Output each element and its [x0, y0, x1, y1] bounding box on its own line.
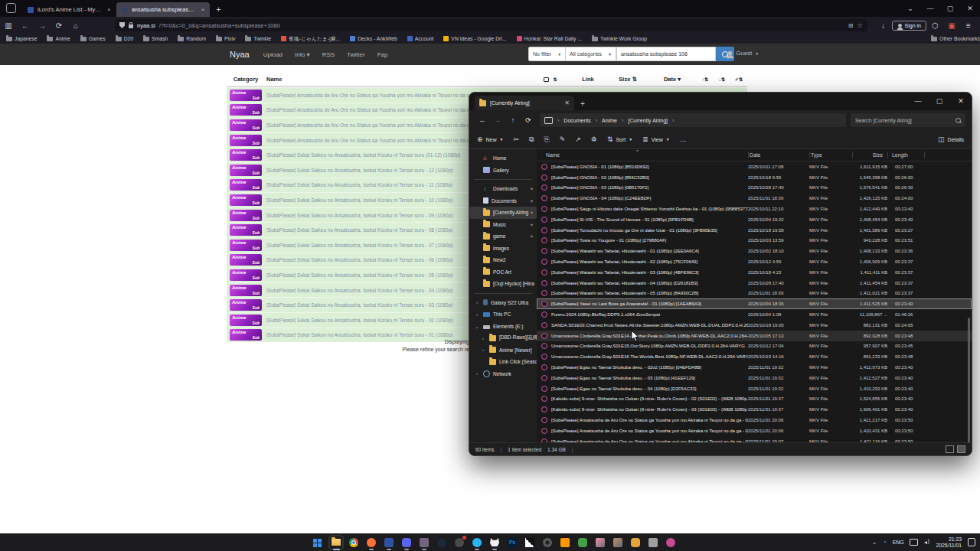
category-badge-anime-sub[interactable]: AnimeSub	[230, 224, 262, 236]
explorer-back-button[interactable]: ←	[475, 116, 489, 124]
category-badge-anime-sub[interactable]: AnimeSub	[230, 119, 262, 131]
file-row[interactable]: [Kaleido-subs] 9-nine- Shihaisha no Ouka…	[537, 394, 972, 405]
taskbar-discord[interactable]	[400, 536, 413, 549]
file-col-name[interactable]: Name^	[537, 152, 748, 158]
file-col-length[interactable]: Length	[887, 152, 924, 158]
file-row[interactable]: [Kaleido-subs] 9-nine- Shihaisha no Ouka…	[537, 404, 972, 415]
category-badge-anime-sub[interactable]: AnimeSub	[230, 315, 262, 326]
file-row[interactable]: [SubsPlease] Tomodachi no Imouto ga Ore …	[537, 225, 972, 236]
taskbar-sublime-app[interactable]	[559, 536, 571, 549]
file-col-type[interactable]: Type	[809, 152, 852, 158]
clock[interactable]: 21:23 2025/11/01	[936, 536, 962, 549]
taskbar-photos-app[interactable]	[418, 536, 430, 549]
sidebar-item-downloads[interactable]: ↓Downloads✦	[469, 183, 537, 195]
category-cell[interactable]: AnimeSub	[227, 104, 265, 116]
file-col-size[interactable]: Size	[852, 152, 887, 158]
tab-close-icon[interactable]: ✕	[564, 99, 570, 106]
file-row[interactable]: [SubsPlease] GNOSIA - 02 (1080p) [856C32…	[537, 172, 972, 183]
sidebar-item-poc-art[interactable]: POC Art	[469, 266, 537, 279]
taskbar-settings-app[interactable]	[541, 536, 554, 549]
category-cell[interactable]: AnimeSub	[227, 119, 265, 131]
taskbar-start[interactable]	[312, 536, 325, 549]
category-badge-anime-sub[interactable]: AnimeSub	[230, 299, 262, 311]
delete-icon[interactable]: ♽	[591, 135, 597, 143]
forward-button[interactable]: →	[34, 21, 51, 30]
explorer-close-button[interactable]: ✕	[950, 93, 972, 110]
network-icon[interactable]	[910, 539, 918, 546]
bookmark-item[interactable]: Random	[178, 35, 206, 43]
nyaa-nav-upload[interactable]: Upload	[263, 51, 283, 58]
sidebar-item-game[interactable]: game✦	[469, 230, 537, 243]
sidebar-item-galaxy-s22-ultra[interactable]: ›Galaxy S22 Ultra	[469, 297, 537, 309]
file-row[interactable]: Umamusume.Cinderella.Gray.S01E15.Our.Sto…	[537, 341, 972, 352]
explorer-forward-button[interactable]: →	[491, 116, 505, 124]
url-bar[interactable]: nyaa.si/?f=0&c=0_0&q=ansatsusha+subsplea…	[115, 19, 867, 31]
sidebar-item-gallery[interactable]: Gallery	[469, 165, 537, 177]
col-leechers[interactable]: ↓⇅	[714, 77, 730, 82]
list-view-toggle[interactable]	[946, 445, 954, 453]
sidebar-item-anime-newer-[interactable]: ›Anime [Newer]	[469, 344, 537, 357]
expand-chevron-icon[interactable]: ›	[474, 300, 480, 305]
extension-icon[interactable]: ⬡	[926, 21, 943, 30]
bookmark-item[interactable]: Smash	[143, 35, 168, 43]
col-category[interactable]: Category	[227, 76, 265, 83]
file-row[interactable]: [SubsPlease] Egao no Taenai Shokuba desu…	[537, 373, 972, 383]
browser-close-button[interactable]: ✕	[960, 0, 980, 17]
expand-chevron-icon[interactable]: ›	[480, 336, 486, 341]
bookmark-item[interactable]: Twinkle	[245, 35, 271, 43]
category-badge-anime-sub[interactable]: AnimeSub	[230, 269, 262, 281]
reload-button[interactable]: ⟳	[51, 21, 67, 30]
file-row[interactable]: [SubsPlease] Yasei no Last Boss ga Arawa…	[537, 298, 972, 309]
expand-chevron-icon[interactable]: ›	[474, 312, 480, 317]
category-cell[interactable]: AnimeSub	[227, 210, 265, 221]
explorer-search-box[interactable]: Search [Currently Airing]	[851, 113, 965, 127]
file-row[interactable]: [SubsPlease] GNOSIA - 04 (1080p) [C24EEB…	[537, 193, 972, 204]
nyaa-nav-rss[interactable]: RSS	[322, 51, 335, 58]
sidebar-item-music[interactable]: Music✦	[469, 219, 537, 231]
file-row[interactable]: Umamusume.Cinderella.Gray.S01E14.Another…	[537, 331, 972, 341]
col-size[interactable]: Size ⇅	[608, 76, 648, 83]
file-row[interactable]: SANDA.S01E03.Charred.Fruit.Tastes.All.th…	[537, 320, 972, 331]
nyaa-nav-fap[interactable]: Fap	[377, 51, 388, 58]
category-cell[interactable]: AnimeSub	[227, 224, 265, 236]
adblock-icon[interactable]: ▣	[943, 21, 960, 30]
sidebar-item-network[interactable]: ›Network	[469, 368, 537, 380]
taskbar-gray-app[interactable]	[647, 536, 659, 549]
bookmark-item[interactable]: Decks - AnkiWeb	[350, 35, 397, 43]
file-row[interactable]: [SubsPlease] Watashi wo Tabetai, Hitoden…	[537, 289, 972, 299]
explorer-new-tab-button[interactable]: +	[580, 99, 585, 108]
explorer-minimize-button[interactable]: —	[907, 93, 929, 110]
taskbar-line-app[interactable]	[577, 536, 589, 549]
category-cell[interactable]: AnimeSub	[227, 165, 265, 176]
col-seeders[interactable]: ↑⇅	[697, 77, 714, 82]
file-row[interactable]: [SubsPlease] Watashi wo Tabetai, Hitoden…	[537, 267, 972, 278]
file-row[interactable]: Umamusume.Cinderella.Gray.S01E16.The.Wor…	[537, 351, 972, 362]
category-badge-anime-sub[interactable]: AnimeSub	[230, 194, 262, 206]
sidebar-item-elements-e-[interactable]: ⌄Elements (E:)	[469, 321, 537, 333]
paste-icon[interactable]: ⎘	[544, 135, 550, 144]
bookmark-item[interactable]: D20	[116, 35, 133, 43]
bookmark-item[interactable]: 雀魂-じゃんたま-|麻...	[281, 35, 340, 43]
col-date[interactable]: Date ▾	[648, 76, 697, 83]
sidebar-item--ouji-hiyoko-hina[interactable]: [Ouji Hiyoko] [Hina	[469, 278, 537, 290]
file-row[interactable]: [SubsPlease] Saigo ni Hitotsu dake Onega…	[537, 204, 972, 214]
sidebar-item-this-pc[interactable]: ›This PC	[469, 308, 537, 321]
breadcrumb[interactable]: ›Documents›Anime›[Currently Airing]›	[540, 113, 846, 127]
save-page-icon[interactable]: ⊞	[848, 22, 854, 29]
file-row[interactable]: [SubsPlease] Watashi wo Tabetai, Hitoden…	[537, 278, 972, 289]
category-badge-anime-sub[interactable]: AnimeSub	[230, 179, 262, 191]
file-row[interactable]: [SubsPlease] GNOSIA - 01 (1080p) [B516D6…	[537, 161, 972, 172]
new-tab-button[interactable]: +	[216, 5, 220, 14]
taskbar-anime-app-1[interactable]	[594, 536, 606, 549]
category-cell[interactable]: AnimeSub	[227, 299, 265, 311]
nyaa-nav-info[interactable]: Info ▾	[295, 51, 310, 58]
details-button[interactable]: ◫Details	[938, 135, 964, 143]
file-row[interactable]: [SubsPlease] Egao no Taenai Shokuba desu…	[537, 383, 972, 394]
cut-icon[interactable]: ✂	[514, 135, 520, 143]
category-badge-anime-sub[interactable]: AnimeSub	[230, 149, 262, 161]
view-button[interactable]: ≣View▼	[642, 135, 670, 143]
browser-tab[interactable]: ansatsusha subsplease 1080 : ...×	[116, 2, 211, 17]
file-row[interactable]: [SubsPlease] Egao no Taenai Shokuba desu…	[537, 362, 972, 373]
details-view-toggle[interactable]	[957, 445, 965, 453]
browser-maximize-button[interactable]: ▢	[940, 0, 960, 17]
